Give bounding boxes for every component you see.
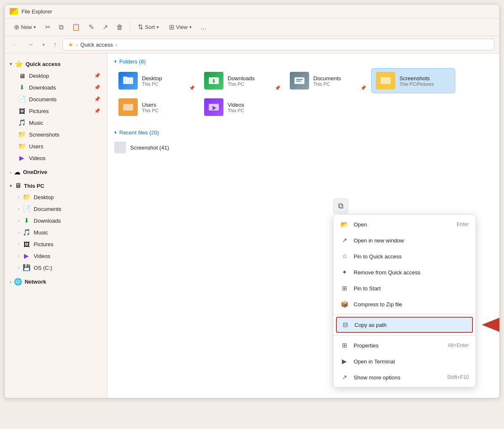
music-folder-icon: 🎵 [18,119,26,126]
paste-button[interactable]: 📋 [68,21,84,33]
file-explorer-window: File Explorer ⊕ New ▾ ✂ ⧉ 📋 ✎ ↗ 🗑 ⇅ Sort… [4,4,500,398]
users-folder-icon: 📁 [18,142,26,150]
delete-button[interactable]: 🗑 [113,21,126,33]
network-icon: 🌐 [14,278,22,286]
sidebar-network-header[interactable]: › 🌐 Network [5,274,107,287]
documents-icon-thispc: 📄 [23,205,30,213]
sidebar-item-users[interactable]: 📁 Users [6,140,105,152]
network-chevron-icon: › [10,279,11,284]
pin-start-icon: ⊞ [340,284,349,292]
up-button[interactable]: ↑ [51,39,59,50]
folder-item-screenshots[interactable]: Screenshots This PC\Pictures [371,68,455,93]
more-button[interactable]: ... [197,21,210,33]
sidebar-section-quick-access: ▾ ⭐ Quick access 🖥 Desktop 📌 ⬇ Downloads… [5,57,107,164]
pin-icon4: 📌 [94,108,100,114]
downloads-folder-icon-grid: ⬇ [204,72,223,89]
ctx-copy-as-path[interactable]: ⊟ Copy as path [336,317,473,333]
share-button[interactable]: ↗ [99,21,111,33]
folders-section-header[interactable]: ▾ Folders (8) [108,53,499,68]
sidebar-item-videos[interactable]: ▶ Videos [6,152,105,164]
ctx-show-more-options[interactable]: ↗ Show more options Shift+F10 [333,369,475,385]
ctx-open[interactable]: 📂 Open Enter [333,216,475,232]
svg-rect-7 [381,77,391,84]
file-item-screenshot41[interactable]: Screenshot (41) [108,139,499,156]
sidebar-onedrive-header[interactable]: › ☁ OneDrive [5,165,107,178]
sidebar-item-desktop[interactable]: 🖥 Desktop 📌 [6,70,105,82]
new-icon: ⊕ [14,23,19,31]
compress-zip-icon: 📦 [340,300,349,308]
ctx-pin-quick-access[interactable]: ☆ Pin to Quick access [333,248,475,264]
recent-files-header[interactable]: ▾ Recent files (20) [108,126,499,139]
ctx-properties[interactable]: ⊞ Properties Alt+Enter [333,337,475,353]
videos-folder-icon: ▶ [18,154,26,162]
quick-access-star-icon: ★ [68,41,74,48]
ctx-open-new-window[interactable]: ↗ Open in new window [333,232,475,248]
videos-folder-icon-grid [204,98,223,116]
recent-locations-button[interactable]: ▾ [40,40,47,49]
view-chevron-icon: ▾ [189,25,192,29]
sidebar-item-this-pc-downloads[interactable]: › ⬇ Downloads [6,215,105,226]
copy-button[interactable]: ⧉ [55,21,67,33]
users-folder-info: Users This PC [142,102,194,113]
music-icon-thispc: 🎵 [23,229,30,236]
sidebar-item-this-pc-desktop[interactable]: › 📁 Desktop [6,191,105,203]
sidebar-item-this-pc-videos[interactable]: › ▶ Videos [6,250,105,262]
folders-chevron-icon: ▾ [114,59,117,64]
sidebar-item-this-pc-documents[interactable]: › 📄 Documents [6,203,105,215]
downloads-icon-thispc: ⬇ [23,217,30,224]
svg-rect-8 [123,104,133,111]
window-title: File Explorer [21,8,52,15]
svg-text:⬇: ⬇ [212,78,216,84]
sidebar-this-pc-header[interactable]: ▾ 🖥 This PC [5,179,107,191]
context-menu-copy-clip-icon: ⧉ [333,198,348,213]
documents-pin-icon: 📌 [360,85,366,91]
onedrive-icon: ☁ [14,168,21,176]
sidebar-item-this-pc-osc[interactable]: › 💾 OS (C:) [6,262,105,274]
pictures-icon-thispc: 🖼 [23,240,30,248]
sidebar-item-this-pc-pictures[interactable]: › 🖼 Pictures [6,238,105,250]
pictures-expand-icon: › [18,242,19,247]
ctx-remove-quick-access[interactable]: ✦ Remove from Quick access [333,264,475,280]
screenshot-file-icon [114,142,126,153]
view-button[interactable]: ⊞ View ▾ [165,21,196,33]
folder-item-downloads[interactable]: ⬇ Downloads This PC 📌 [200,68,284,93]
forward-button[interactable]: → [25,39,37,50]
sort-icon: ⇅ [138,23,143,31]
more-options-icon: ↗ [340,373,349,382]
videos-expand-icon: › [18,254,19,258]
sidebar-item-documents[interactable]: 📄 Documents 📌 [6,93,105,105]
rename-button[interactable]: ✎ [85,21,97,33]
screenshots-folder-icon: 📁 [18,131,26,138]
sidebar-item-this-pc-music[interactable]: › 🎵 Music [6,226,105,238]
folder-item-users[interactable]: Users This PC [114,95,198,119]
sidebar-quick-access-header[interactable]: ▾ ⭐ Quick access [5,57,107,70]
remove-quick-access-icon: ✦ [340,268,349,276]
ctx-compress-zip[interactable]: 📦 Compress to Zip file [333,296,475,312]
sidebar-item-pictures[interactable]: 🖼 Pictures 📌 [6,105,105,117]
documents-expand-icon: › [18,207,19,211]
new-button[interactable]: ⊕ New ▾ [10,21,40,33]
back-button[interactable]: ← [10,39,21,50]
sidebar-section-this-pc: ▾ 🖥 This PC › 📁 Desktop › 📄 Documents › … [5,179,107,274]
file-name-label: Screenshot (41) [130,145,169,151]
address-bar-input[interactable]: ★ › Quick access › [63,39,494,50]
cut-button[interactable]: ✂ [42,21,54,33]
folder-item-desktop[interactable]: Desktop This PC 📌 [114,68,198,93]
ctx-pin-start[interactable]: ⊞ Pin to Start [333,280,475,296]
pin-icon: 📌 [94,73,100,79]
onedrive-chevron-icon: › [10,170,11,175]
ctx-open-terminal[interactable]: ▶ Open in Terminal [333,353,475,369]
folder-item-videos[interactable]: Videos This PC [200,95,284,119]
sidebar-item-screenshots[interactable]: 📁 Screenshots [6,129,105,140]
sidebar-item-music[interactable]: 🎵 Music [6,117,105,129]
context-menu-separator2 [333,335,475,336]
titlebar: File Explorer [5,5,499,18]
sort-button[interactable]: ⇅ Sort ▾ [134,21,163,33]
users-folder-icon-grid [118,98,138,116]
sidebar-section-onedrive: › ☁ OneDrive [5,165,107,178]
svg-rect-11 [116,144,124,151]
pin-icon2: 📌 [94,84,100,90]
sidebar-item-downloads[interactable]: ⬇ Downloads 📌 [6,82,105,93]
downloads-pin-icon: 📌 [275,85,281,91]
folder-item-documents[interactable]: Documents This PC 📌 [286,68,370,93]
